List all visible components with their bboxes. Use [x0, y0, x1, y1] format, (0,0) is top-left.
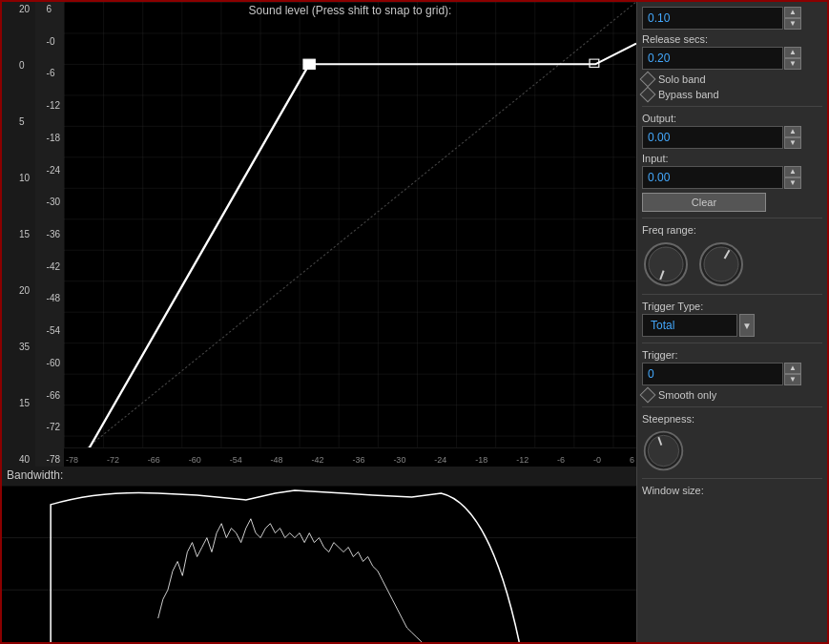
output-input-row: ▲ ▼ [642, 126, 822, 149]
trigger-type-row: Trigger Type: Total ▼ [642, 301, 822, 337]
yb-36: -36 [47, 229, 60, 239]
output-down[interactable]: ▼ [784, 137, 801, 149]
output-up[interactable]: ▲ [784, 126, 801, 137]
yb-48: -48 [47, 293, 60, 303]
x-label-54: -54 [230, 455, 242, 465]
top-value-down[interactable]: ▼ [784, 18, 801, 30]
steepness-row: Steepness: [642, 413, 822, 472]
trigger-spin: ▲ ▼ [784, 363, 801, 385]
bandwidth-graph: 0 -20 -40 -60 [2, 486, 636, 642]
input-up[interactable]: ▲ [784, 166, 801, 177]
freq-knob-2[interactable] [697, 240, 745, 288]
yb-72: -72 [47, 422, 60, 432]
top-value-spin: ▲ ▼ [784, 7, 801, 30]
yb-54: -54 [47, 325, 60, 336]
x-label-60: -60 [189, 455, 201, 465]
trigger-label: Trigger: [642, 349, 822, 361]
freq-range-label: Freq range: [642, 224, 822, 236]
trigger-input[interactable] [642, 363, 783, 385]
steepness-knob-row [642, 429, 822, 472]
ya-15: 15 [19, 229, 30, 239]
trigger-type-value[interactable]: Total [642, 314, 737, 337]
trigger-type-dropdown-arrow[interactable]: ▼ [739, 314, 755, 337]
steepness-knob[interactable] [642, 429, 685, 472]
solo-band-checkbox[interactable] [640, 72, 656, 88]
x-label-24: -24 [434, 455, 446, 465]
bypass-band-checkbox[interactable] [640, 87, 656, 103]
bandwidth-label: Bandwidth: [2, 467, 636, 486]
bottom-section: Bandwidth: 0 -20 -40 -60 [2, 467, 636, 642]
release-up[interactable]: ▲ [784, 47, 801, 58]
smooth-only-row: Smooth only [642, 389, 822, 401]
top-value-row: ▲ ▼ [642, 7, 822, 30]
x-label-12: -12 [516, 455, 528, 465]
top-value-up[interactable]: ▲ [784, 7, 801, 18]
trigger-row: Trigger: ▲ ▼ [642, 349, 822, 385]
bypass-band-label: Bypass band [658, 89, 719, 100]
yb-0: -0 [47, 36, 60, 47]
x-label-66: -66 [148, 455, 160, 465]
release-down[interactable]: ▼ [784, 58, 801, 70]
yb-42: -42 [47, 261, 60, 272]
output-spin: ▲ ▼ [784, 126, 801, 149]
release-input[interactable] [642, 47, 783, 70]
yb-66: -66 [47, 390, 60, 401]
input-spin: ▲ ▼ [784, 166, 801, 189]
trigger-down[interactable]: ▼ [784, 374, 801, 385]
yb-60: -60 [47, 358, 60, 368]
graph-area[interactable]: Sound level (Press shift to snap to grid… [64, 2, 636, 467]
y-axis-outer-inner: 20 0 5 10 15 20 35 15 40 [19, 2, 32, 467]
y-axis-inner: 6 -0 -6 -12 -18 -24 -30 -36 -42 -48 -54 … [35, 2, 64, 467]
ya-15b: 15 [19, 398, 30, 408]
smooth-only-checkbox[interactable] [640, 387, 656, 404]
yb-18: -18 [47, 133, 60, 143]
freq-range-row: Freq range: [642, 224, 822, 288]
solo-band-label: Solo band [658, 73, 706, 85]
top-value-input[interactable] [642, 7, 783, 30]
input-control-label: Input: [642, 153, 822, 164]
steepness-label: Steepness: [642, 413, 822, 425]
sep1 [642, 106, 822, 107]
window-size-row: Window size: [642, 485, 822, 496]
main-container: 20 0 5 10 15 20 35 15 40 6 -0 [0, 0, 829, 644]
ya-20: 20 [19, 4, 30, 14]
right-panel: ▲ ▼ Release secs: ▲ ▼ Solo band B [636, 2, 827, 642]
input-control-row: Input: ▲ ▼ [642, 153, 822, 189]
clear-button[interactable]: Clear [642, 193, 766, 212]
trigger-type-dropdown-row: Total ▼ [642, 314, 822, 337]
clear-button-row: Clear [642, 193, 822, 212]
yb-78: -78 [47, 454, 60, 465]
output-control-label: Output: [642, 113, 822, 124]
input-down[interactable]: ▼ [784, 177, 801, 189]
bandwidth-svg [2, 486, 636, 642]
sep4 [642, 343, 822, 343]
trigger-up[interactable]: ▲ [784, 363, 801, 374]
svg-point-20 [648, 435, 678, 466]
top-value-input-row: ▲ ▼ [642, 7, 822, 30]
input-input-row: ▲ ▼ [642, 166, 822, 189]
freq-knob-1[interactable] [642, 240, 690, 288]
x-label-36: -36 [352, 455, 364, 465]
sep3 [642, 294, 822, 295]
release-spin: ▲ ▼ [784, 47, 801, 70]
graph-title: Sound level (Press shift to snap to grid… [249, 4, 452, 17]
top-section: 20 0 5 10 15 20 35 15 40 6 -0 [2, 2, 636, 467]
input-input[interactable] [642, 166, 783, 189]
yb-12: -12 [47, 100, 60, 111]
y-axis-inner-inner: 6 -0 -6 -12 -18 -24 -30 -36 -42 -48 -54 … [45, 2, 62, 467]
svg-rect-6 [303, 59, 315, 69]
release-input-row: ▲ ▼ [642, 47, 822, 70]
x-axis: -78 -72 -66 -60 -54 -48 -42 -36 -30 -24 … [64, 447, 636, 467]
left-scales: 20 0 5 10 15 20 35 15 40 6 -0 [2, 2, 64, 467]
ya-10b: 40 [19, 454, 30, 465]
window-size-label: Window size: [642, 485, 822, 496]
bypass-band-row: Bypass band [642, 89, 822, 100]
x-label-48: -48 [271, 455, 283, 465]
x-label-0: -0 [593, 455, 601, 465]
smooth-only-label: Smooth only [658, 389, 716, 401]
yb-30: -30 [47, 197, 60, 207]
x-label-30: -30 [393, 455, 405, 465]
x-label-72: -72 [107, 455, 119, 465]
yb-6b: -6 [47, 68, 60, 78]
output-input[interactable] [642, 126, 783, 149]
